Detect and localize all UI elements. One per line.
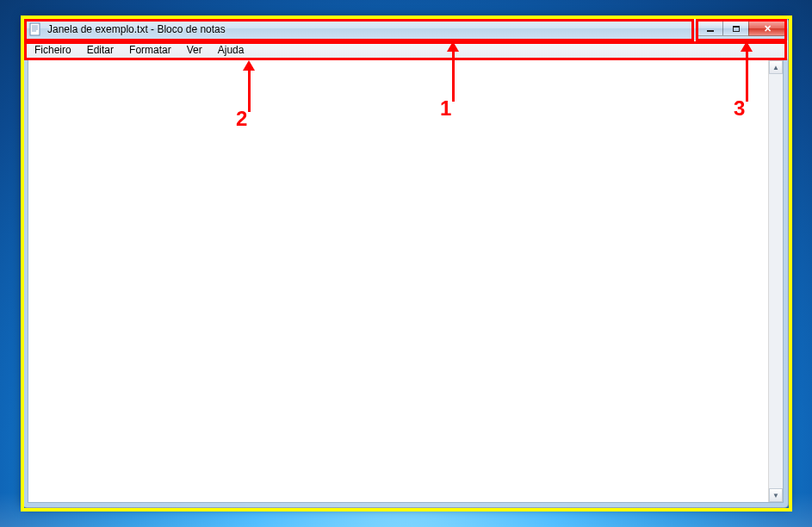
minimize-icon bbox=[707, 30, 714, 32]
scrollbar-track[interactable] bbox=[769, 74, 783, 488]
notepad-window: Janela de exemplo.txt - Bloco de notas ✕… bbox=[22, 17, 789, 508]
titlebar[interactable]: Janela de exemplo.txt - Bloco de notas ✕ bbox=[23, 18, 788, 40]
window-controls: ✕ bbox=[697, 21, 786, 36]
editor-frame: ▲ ▼ bbox=[28, 59, 784, 503]
window-title: Janela de exemplo.txt - Bloco de notas bbox=[47, 23, 226, 35]
close-icon: ✕ bbox=[764, 24, 772, 34]
menu-file[interactable]: Ficheiro bbox=[28, 43, 77, 57]
maximize-icon bbox=[733, 26, 740, 32]
menu-format[interactable]: Formatar bbox=[123, 43, 177, 57]
scroll-up-button[interactable]: ▲ bbox=[769, 60, 783, 74]
menu-edit[interactable]: Editar bbox=[81, 43, 120, 57]
notepad-app-icon bbox=[28, 22, 42, 36]
menu-view[interactable]: Ver bbox=[181, 43, 208, 57]
text-editor[interactable] bbox=[28, 60, 769, 502]
close-button[interactable]: ✕ bbox=[748, 21, 786, 36]
menu-help[interactable]: Ajuda bbox=[212, 43, 251, 57]
chevron-up-icon: ▲ bbox=[772, 64, 779, 71]
chevron-down-icon: ▼ bbox=[772, 492, 779, 499]
vertical-scrollbar[interactable]: ▲ ▼ bbox=[768, 60, 783, 502]
maximize-button[interactable] bbox=[722, 21, 748, 36]
minimize-button[interactable] bbox=[697, 21, 722, 36]
menubar: Ficheiro Editar Formatar Ver Ajuda bbox=[23, 40, 788, 59]
scroll-down-button[interactable]: ▼ bbox=[769, 488, 783, 502]
